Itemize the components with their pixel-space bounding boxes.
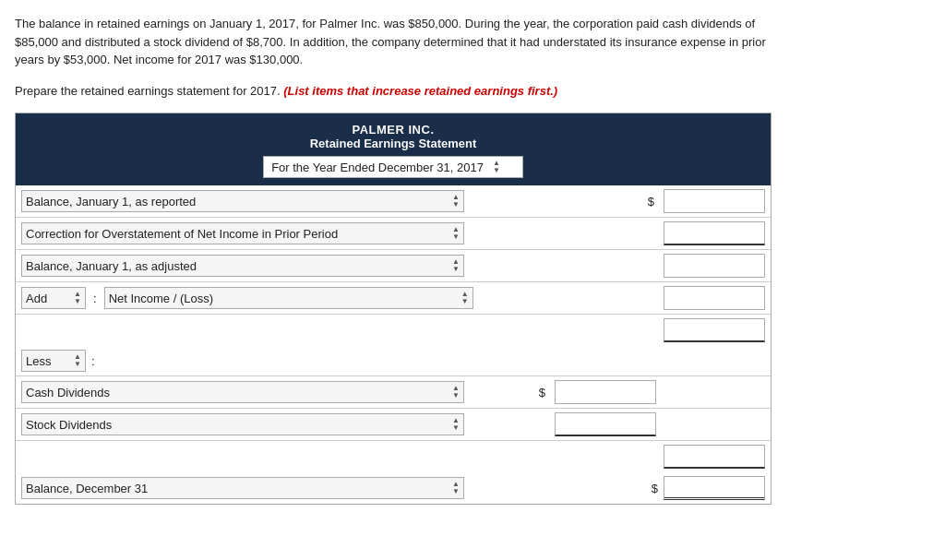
cash-dividends-mid-col: $ bbox=[539, 380, 656, 404]
stock-dividends-arrows-icon: ▲▼ bbox=[452, 417, 460, 432]
correction-input[interactable] bbox=[664, 221, 765, 245]
stock-dividends-text: Stock Dividends bbox=[26, 418, 112, 432]
add-separator: : bbox=[93, 292, 97, 305]
net-income-input[interactable] bbox=[664, 286, 765, 310]
less-label-text: Less bbox=[26, 354, 51, 368]
statement-container: PALMER INC. Retained Earnings Statement … bbox=[15, 113, 772, 505]
net-income-amount-col bbox=[660, 286, 765, 310]
statement-title: Retained Earnings Statement bbox=[23, 137, 763, 150]
add-label-text: Add bbox=[26, 292, 47, 305]
period-select[interactable]: For the Year Ended December 31, 2017 ▲▼ bbox=[263, 156, 523, 178]
add-select[interactable]: Add ▲▼ bbox=[21, 287, 86, 309]
spacer-row-1 bbox=[16, 315, 771, 346]
balance-adjusted-amount-col bbox=[660, 254, 765, 278]
balance-dec31-text: Balance, December 31 bbox=[26, 482, 148, 495]
stock-dividends-mid-col bbox=[555, 412, 656, 436]
balance-dec31-label-cell: Balance, December 31 ▲▼ bbox=[21, 477, 652, 499]
stock-dividends-label-cell: Stock Dividends ▲▼ bbox=[21, 413, 547, 435]
balance-dec31-input[interactable] bbox=[664, 476, 765, 500]
balance-dec31-dollar: $ bbox=[652, 482, 658, 495]
balance-dec31-arrows-icon: ▲▼ bbox=[452, 481, 460, 495]
net-income-select[interactable]: Net Income / (Loss) ▲▼ bbox=[104, 287, 473, 309]
dividends-total-input[interactable] bbox=[664, 445, 765, 469]
correction-row: Correction for Overstatement of Net Inco… bbox=[16, 218, 771, 250]
prepare-line: Prepare the retained earnings statement … bbox=[15, 82, 930, 101]
correction-text: Correction for Overstatement of Net Inco… bbox=[26, 227, 338, 241]
balance-jan1-row: Balance, January 1, as reported ▲▼ $ bbox=[16, 185, 771, 218]
cash-dividends-input[interactable] bbox=[555, 380, 656, 404]
balance-dec31-amount-col: $ bbox=[652, 476, 765, 500]
cash-dividends-label-cell: Cash Dividends ▲▼ bbox=[21, 381, 532, 403]
correction-amount-col bbox=[664, 221, 765, 245]
balance-adjusted-label-cell: Balance, January 1, as adjusted ▲▼ bbox=[21, 255, 660, 277]
balance-jan1-input[interactable] bbox=[664, 189, 765, 213]
intro-paragraph: The balance in retained earnings on Janu… bbox=[15, 15, 772, 69]
balance-adjusted-row: Balance, January 1, as adjusted ▲▼ bbox=[16, 250, 771, 282]
stock-dividends-row: Stock Dividends ▲▼ bbox=[16, 409, 771, 441]
balance-jan1-label-cell: Balance, January 1, as reported ▲▼ bbox=[21, 190, 648, 212]
correction-arrows-icon: ▲▼ bbox=[452, 226, 460, 241]
balance-dec31-row: Balance, December 31 ▲▼ $ bbox=[16, 472, 771, 504]
balance-adjusted-select[interactable]: Balance, January 1, as adjusted ▲▼ bbox=[21, 255, 464, 277]
balance-adjusted-text: Balance, January 1, as adjusted bbox=[26, 259, 197, 273]
stock-dividends-input[interactable] bbox=[555, 412, 656, 436]
prepare-label: Prepare the retained earnings statement … bbox=[15, 84, 281, 98]
cash-dividends-select[interactable]: Cash Dividends ▲▼ bbox=[21, 381, 464, 403]
cash-dividends-dollar: $ bbox=[539, 386, 545, 399]
balance-jan1-text: Balance, January 1, as reported bbox=[26, 195, 196, 209]
subtotal-input[interactable] bbox=[664, 318, 765, 342]
less-select[interactable]: Less ▲▼ bbox=[21, 350, 86, 372]
period-arrows-icon: ▲▼ bbox=[493, 160, 500, 174]
less-row: Less ▲▼ : bbox=[16, 346, 771, 376]
company-name: PALMER INC. bbox=[23, 123, 763, 137]
net-income-text: Net Income / (Loss) bbox=[109, 292, 213, 305]
balance-jan1-dollar: $ bbox=[648, 195, 654, 209]
instruction-text: (List items that increase retained earni… bbox=[283, 84, 557, 98]
spacer-row-2 bbox=[16, 441, 771, 472]
cash-dividends-text: Cash Dividends bbox=[26, 386, 110, 399]
correction-label-cell: Correction for Overstatement of Net Inco… bbox=[21, 222, 664, 244]
net-income-arrows-icon: ▲▼ bbox=[461, 291, 469, 305]
add-arrows-icon: ▲▼ bbox=[74, 291, 81, 305]
add-net-income-row: Add ▲▼ : Net Income / (Loss) ▲▼ bbox=[16, 282, 771, 315]
balance-dec31-select[interactable]: Balance, December 31 ▲▼ bbox=[21, 477, 464, 499]
cash-dividends-row: Cash Dividends ▲▼ $ bbox=[16, 376, 771, 409]
statement-header: PALMER INC. Retained Earnings Statement … bbox=[16, 113, 771, 185]
stock-dividends-select[interactable]: Stock Dividends ▲▼ bbox=[21, 413, 464, 435]
cash-dividends-arrows-icon: ▲▼ bbox=[452, 385, 460, 399]
correction-select[interactable]: Correction for Overstatement of Net Inco… bbox=[21, 222, 464, 244]
balance-adjusted-input[interactable] bbox=[664, 254, 765, 278]
less-arrows-icon: ▲▼ bbox=[74, 353, 81, 368]
statement-body: Balance, January 1, as reported ▲▼ $ Cor… bbox=[16, 185, 771, 504]
balance-jan1-select[interactable]: Balance, January 1, as reported ▲▼ bbox=[21, 190, 464, 212]
balance-adjusted-arrows-icon: ▲▼ bbox=[452, 258, 460, 273]
balance-jan1-amount-col: $ bbox=[648, 189, 765, 213]
less-separator: : bbox=[91, 354, 95, 368]
period-label: For the Year Ended December 31, 2017 bbox=[271, 161, 484, 174]
balance-jan1-arrows-icon: ▲▼ bbox=[452, 194, 460, 209]
